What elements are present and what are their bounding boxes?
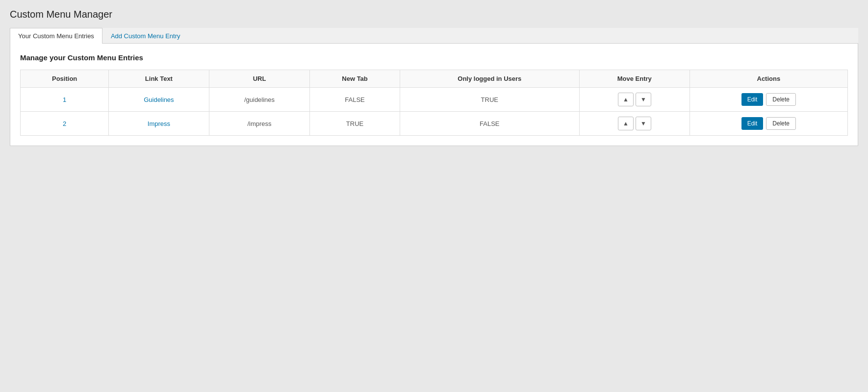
col-header-position: Position — [21, 70, 109, 88]
col-header-actions: Actions — [689, 70, 847, 88]
cell-position-0: 1 — [21, 88, 109, 112]
cell-actions-0: Edit Delete — [689, 88, 847, 112]
edit-button-0[interactable]: Edit — [741, 93, 764, 106]
cell-logged-in-users-1: FALSE — [400, 112, 579, 136]
col-header-new-tab: New Tab — [310, 70, 400, 88]
delete-button-1[interactable]: Delete — [766, 117, 796, 130]
cell-move-entry-1: ▲ ▼ — [579, 112, 689, 136]
move-down-button-0[interactable]: ▼ — [636, 93, 651, 106]
move-down-button-1[interactable]: ▼ — [636, 117, 651, 130]
cell-logged-in-users-0: TRUE — [400, 88, 579, 112]
cell-position-1: 2 — [21, 112, 109, 136]
section-title: Manage your Custom Menu Entries — [20, 53, 848, 62]
delete-button-0[interactable]: Delete — [766, 93, 796, 106]
move-up-button-0[interactable]: ▲ — [618, 93, 634, 106]
col-header-logged-in-users: Only logged in Users — [400, 70, 579, 88]
table-row: 2 Impress /impress TRUE FALSE ▲ ▼ Edit D… — [21, 112, 848, 136]
tab-add-entry[interactable]: Add Custom Menu Entry — [102, 28, 189, 44]
cell-url-1: /impress — [209, 112, 310, 136]
table-row: 1 Guidelines /guidelines FALSE TRUE ▲ ▼ … — [21, 88, 848, 112]
cell-actions-1: Edit Delete — [689, 112, 847, 136]
edit-button-1[interactable]: Edit — [741, 117, 764, 130]
tab-your-entries[interactable]: Your Custom Menu Entries — [10, 28, 102, 44]
cell-link-text-1: Impress — [109, 112, 209, 136]
menu-entries-table: Position Link Text URL New Tab Only logg… — [20, 70, 848, 136]
col-header-move-entry: Move Entry — [579, 70, 689, 88]
content-panel: Manage your Custom Menu Entries Position… — [10, 44, 858, 146]
page-title: Custom Menu Manager — [10, 9, 858, 20]
cell-link-text-0: Guidelines — [109, 88, 209, 112]
cell-move-entry-0: ▲ ▼ — [579, 88, 689, 112]
page-wrapper: Custom Menu Manager Your Custom Menu Ent… — [0, 0, 868, 155]
cell-new-tab-0: FALSE — [310, 88, 400, 112]
cell-url-0: /guidelines — [209, 88, 310, 112]
col-header-url: URL — [209, 70, 310, 88]
tabs-bar: Your Custom Menu Entries Add Custom Menu… — [10, 28, 858, 44]
table-header-row: Position Link Text URL New Tab Only logg… — [21, 70, 848, 88]
cell-new-tab-1: TRUE — [310, 112, 400, 136]
move-up-button-1[interactable]: ▲ — [618, 117, 634, 130]
col-header-link-text: Link Text — [109, 70, 209, 88]
